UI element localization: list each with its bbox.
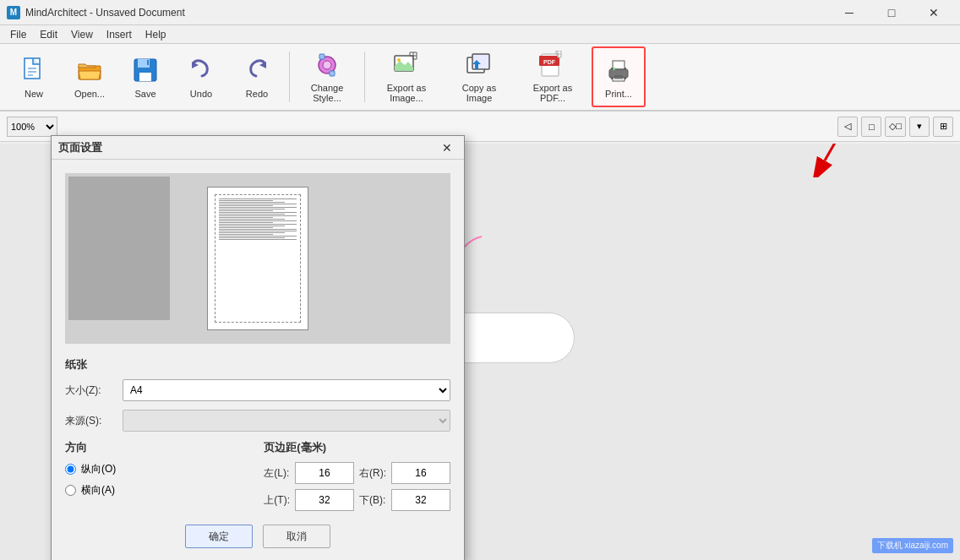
preview-line (219, 231, 297, 231)
app-logo: M (7, 6, 20, 19)
view-btn-1[interactable]: ◁ (837, 117, 858, 137)
redo-button[interactable]: Redo (230, 46, 284, 107)
red-arrow-indicator (808, 144, 875, 177)
preview-line (219, 214, 285, 215)
window-title: MindArchitect - Unsaved Document (25, 7, 830, 19)
view-grid[interactable]: ⊞ (933, 117, 953, 137)
change-style-button[interactable]: Change Style... (295, 46, 359, 107)
secondary-toolbar-right: ◁ □ ◇□ ▾ ⊞ (837, 117, 953, 137)
print-icon (603, 55, 634, 85)
preview-line (219, 198, 297, 199)
margins-label: 页边距(毫米) (264, 440, 450, 455)
page-preview-container (65, 173, 450, 344)
preview-line (219, 229, 297, 230)
svg-rect-34 (613, 68, 615, 70)
open-label: Open... (74, 89, 105, 99)
menu-view[interactable]: View (64, 27, 100, 42)
dialog-titlebar: 页面设置 ✕ (52, 136, 464, 160)
copy-image-button[interactable]: Copy as Image (445, 46, 514, 107)
export-pdf-label: Export as PDF... (520, 83, 586, 103)
page-setup-dialog: 页面设置 ✕ (51, 135, 465, 560)
preview-line (219, 207, 297, 208)
paper-source-select[interactable] (123, 410, 450, 432)
svg-rect-8 (147, 60, 149, 65)
menu-insert[interactable]: Insert (100, 27, 139, 42)
copy-image-icon (464, 51, 494, 79)
print-label: Print... (605, 89, 632, 99)
export-pdf-button[interactable]: PDF Export as PDF... (515, 46, 590, 107)
svg-line-38 (825, 144, 859, 160)
dialog-buttons: 确定 取消 (65, 525, 450, 548)
right-margin-input[interactable] (391, 462, 450, 484)
menu-help[interactable]: Help (139, 27, 173, 42)
undo-button[interactable]: Undo (174, 46, 228, 107)
redo-icon (242, 55, 272, 85)
zoom-select[interactable]: 100% 50% 75% 125% 150% 200% (7, 117, 57, 137)
save-button[interactable]: Save (118, 46, 172, 107)
main-toolbar: New Open... Save (0, 44, 960, 111)
menu-bar: File Edit View Insert Help (0, 25, 960, 44)
margins-grid: 左(L): 右(R): 上(T): 下(B): (264, 462, 450, 511)
export-image-icon (391, 51, 422, 79)
top-margin-input[interactable] (295, 489, 354, 511)
paper-size-select[interactable]: A4 A3 Letter Legal (123, 379, 450, 401)
preview-content-area (215, 194, 301, 323)
menu-edit[interactable]: Edit (33, 27, 64, 42)
paper-source-row: 来源(S): (65, 410, 450, 432)
preview-line (219, 224, 297, 225)
paper-size-wrapper: A4 A3 Letter Legal (123, 379, 450, 401)
preview-line (219, 234, 273, 235)
landscape-radio[interactable] (65, 485, 76, 496)
preview-line (219, 227, 273, 228)
export-pdf-icon: PDF (537, 51, 568, 79)
preview-line (219, 220, 297, 221)
preview-line (219, 219, 285, 220)
bottom-margin-input[interactable] (391, 489, 450, 511)
preview-line (219, 209, 285, 209)
preview-line (219, 215, 297, 216)
paper-source-wrapper (123, 410, 450, 432)
maximize-button[interactable]: □ (872, 1, 911, 24)
view-dropdown[interactable]: ▾ (909, 117, 930, 137)
paper-source-label: 来源(S): (65, 414, 116, 428)
portrait-label: 纵向(O) (81, 462, 116, 476)
bottom-margin-label: 下(B): (359, 493, 386, 508)
export-image-button[interactable]: Export as Image... (370, 46, 443, 107)
save-icon (130, 55, 161, 85)
new-label: New (25, 89, 43, 99)
undo-icon (186, 55, 216, 85)
title-bar: M MindArchitect - Unsaved Document ─ □ ✕ (0, 0, 960, 25)
print-button[interactable]: Print... (592, 46, 646, 107)
paper-size-label: 大小(Z): (65, 383, 116, 398)
dialog-title: 页面设置 (58, 140, 102, 155)
left-margin-label: 左(L): (264, 466, 290, 481)
view-btn-3[interactable]: ◇□ (885, 117, 906, 137)
export-image-label: Export as Image... (374, 83, 439, 103)
preview-line (219, 222, 273, 223)
menu-file[interactable]: File (3, 27, 33, 42)
page-preview (207, 187, 308, 330)
preview-line (219, 205, 273, 206)
change-style-icon (312, 51, 342, 79)
new-icon (19, 55, 49, 85)
open-button[interactable]: Open... (63, 46, 117, 107)
view-btn-2[interactable]: □ (861, 117, 881, 137)
close-button[interactable]: ✕ (914, 1, 953, 24)
svg-text:PDF: PDF (543, 59, 556, 65)
portrait-radio[interactable] (65, 464, 76, 475)
svg-rect-7 (139, 73, 151, 81)
separator-1 (289, 52, 290, 102)
minimize-button[interactable]: ─ (830, 1, 869, 24)
open-icon (74, 55, 105, 85)
right-margin-label: 右(R): (359, 466, 386, 481)
watermark: 下载机 xiazaiji.com (872, 538, 953, 553)
svg-rect-14 (330, 71, 335, 76)
paper-section-label: 纸张 (65, 357, 450, 372)
dialog-ok-button[interactable]: 确定 (185, 525, 253, 548)
svg-point-12 (323, 61, 331, 69)
dialog-cancel-button[interactable]: 取消 (263, 525, 330, 548)
dialog-close-button[interactable]: ✕ (437, 139, 457, 157)
preview-line (219, 210, 273, 211)
left-margin-input[interactable] (295, 462, 354, 484)
new-button[interactable]: New (7, 46, 61, 107)
